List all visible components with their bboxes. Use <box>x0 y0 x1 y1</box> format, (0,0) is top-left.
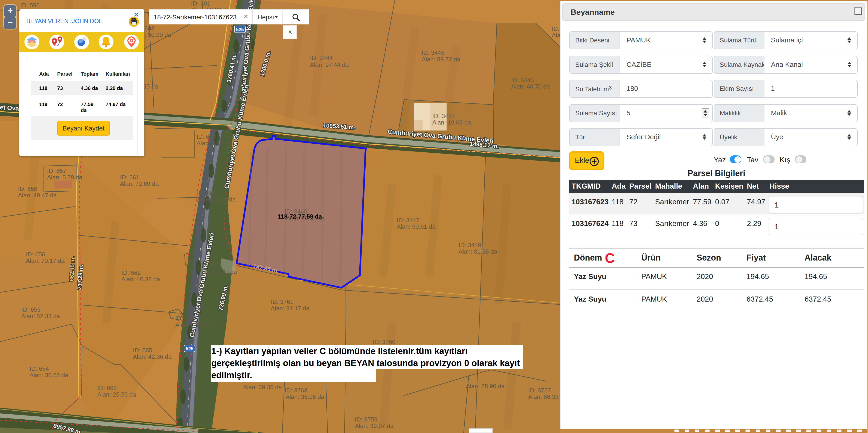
svg-text:Alan: 40.70 da: Alan: 40.70 da <box>511 83 550 90</box>
svg-text:118-72-77.59 da: 118-72-77.59 da <box>278 213 322 220</box>
svg-text:Alan: 19.63 da: Alan: 19.63 da <box>432 119 471 126</box>
svg-text:Alan: 39.35 da: Alan: 39.35 da <box>243 384 282 391</box>
svg-text:Alan: 36.65 da: Alan: 36.65 da <box>30 372 68 378</box>
svg-text:ID: 3757: ID: 3757 <box>528 387 551 394</box>
svg-text:ID: 660: ID: 660 <box>197 190 216 196</box>
svg-text:Alan: 70.17 da: Alan: 70.17 da <box>26 257 65 264</box>
svg-text:525: 525 <box>236 27 244 32</box>
svg-text:ID: 657: ID: 657 <box>47 167 66 174</box>
svg-text:ID: 658: ID: 658 <box>18 186 37 192</box>
svg-text:603: 603 <box>145 25 154 32</box>
svg-text:Alan: 4.12 da: Alan: 4.12 da <box>196 140 232 147</box>
svg-text:Alan: 90.61 da: Alan: 90.61 da <box>397 223 435 230</box>
svg-text:Alan: 31.17 da: Alan: 31.17 da <box>271 305 310 312</box>
svg-text:ID: 3763: ID: 3763 <box>285 387 307 394</box>
svg-text:662.45 m.: 662.45 m. <box>68 256 76 281</box>
svg-text:n: 50.99 da: n: 50.99 da <box>141 31 172 38</box>
svg-text:Alan: 39.07 da: Alan: 39.07 da <box>355 423 394 429</box>
svg-text:525: 525 <box>186 346 193 351</box>
svg-text:ID: 3449: ID: 3449 <box>459 242 481 248</box>
svg-text:ID: 3759: ID: 3759 <box>355 416 377 423</box>
svg-text:ID: 596: ID: 596 <box>20 2 40 9</box>
svg-text:Alan: 40.38 da: Alan: 40.38 da <box>121 276 160 283</box>
svg-text:Alan: 36.96 da: Alan: 36.96 da <box>285 393 324 400</box>
svg-text:ID: 601: ID: 601 <box>191 0 210 7</box>
svg-text:ID: 3760: ID: 3760 <box>373 338 395 345</box>
svg-text:ID: 661: ID: 661 <box>120 174 139 181</box>
svg-text:ID: 3442: ID: 3442 <box>432 112 455 120</box>
svg-text:ID: 604: ID: 604 <box>196 133 216 140</box>
svg-text:ID: 3444: ID: 3444 <box>310 55 333 61</box>
svg-text:Alan: 97.44 da: Alan: 97.44 da <box>310 61 349 68</box>
svg-text:Alan: 25.55 da: Alan: 25.55 da <box>97 391 136 398</box>
svg-text:ID: 662: ID: 662 <box>121 269 141 276</box>
svg-text:ID: 654: ID: 654 <box>30 365 49 372</box>
svg-text:Alan: 5.79 da: Alan: 5.79 da <box>47 174 83 181</box>
svg-text:Alan: 72.69 da: Alan: 72.69 da <box>120 180 159 187</box>
svg-text:ID: 3761: ID: 3761 <box>271 298 293 305</box>
svg-text:Alan: 42.36 da: Alan: 42.36 da <box>133 353 172 360</box>
svg-text:Alan: 13.00 da: Alan: 13.00 da <box>197 196 236 203</box>
svg-text:Alan: 78.90 da: Alan: 78.90 da <box>466 383 505 390</box>
svg-text:ID: 665: ID: 665 <box>133 347 152 354</box>
svg-text:ID: 3445: ID: 3445 <box>422 49 444 56</box>
svg-text:Alan: 89.72 da: Alan: 89.72 da <box>422 56 460 63</box>
svg-text:ID: 3447: ID: 3447 <box>397 217 420 224</box>
svg-text:ID: 3443: ID: 3443 <box>511 76 534 84</box>
svg-text:Alan: 52.33 da: Alan: 52.33 da <box>21 313 60 320</box>
svg-text:95 da: 95 da <box>143 83 158 90</box>
svg-text:Alan: 49.47 da: Alan: 49.47 da <box>18 192 57 199</box>
svg-text:ID: 655: ID: 655 <box>21 306 40 313</box>
svg-text:ID: 656: ID: 656 <box>26 251 45 258</box>
svg-text:Alan: 81.36 da: Alan: 81.36 da <box>459 248 497 255</box>
svg-text:ID: 666: ID: 666 <box>97 385 117 392</box>
